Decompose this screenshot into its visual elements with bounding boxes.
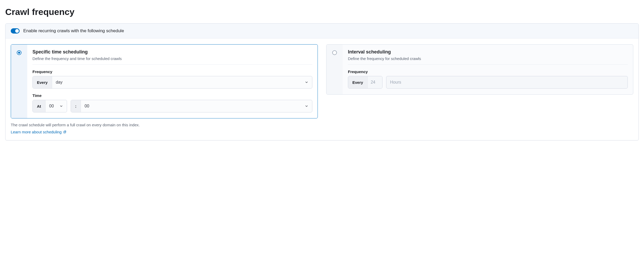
interval-unit-input[interactable]: Hours	[386, 76, 628, 89]
interval-body: Interval scheduling Define the frequency…	[343, 45, 633, 94]
external-link-icon	[63, 130, 66, 134]
specific-time-body: Specific time scheduling Define the freq…	[27, 45, 318, 118]
specific-hour-value: 00	[49, 104, 54, 108]
specific-unit-value: day	[56, 80, 63, 85]
specific-unit-select-wrap[interactable]: day	[52, 76, 312, 88]
interval-title: Interval scheduling	[348, 49, 628, 55]
chevron-down-icon	[305, 104, 308, 108]
chevron-down-icon	[305, 80, 308, 84]
specific-frequency-select[interactable]: Every day	[32, 76, 312, 89]
specific-at-prepend: At	[33, 100, 46, 112]
specific-frequency-label: Frequency	[32, 69, 312, 74]
learn-more-label: Learn more about scheduling	[11, 130, 62, 134]
panel-header: Enable recurring crawls with the followi…	[5, 24, 639, 39]
specific-time-label: Time	[32, 93, 312, 98]
scheduling-cards-row: Specific time scheduling Define the freq…	[5, 39, 639, 121]
interval-frequency-section: Frequency Every 24 Hours	[348, 69, 628, 89]
specific-hour-select-wrap[interactable]: 00	[46, 100, 67, 112]
interval-unit-placeholder: Hours	[390, 80, 401, 85]
specific-minute-value: 00	[85, 104, 89, 108]
specific-every-prepend: Every	[33, 76, 52, 88]
interval-frequency-label: Frequency	[348, 69, 628, 74]
specific-minute-select[interactable]: : 00	[71, 100, 312, 112]
interval-card: Interval scheduling Define the frequency…	[326, 44, 633, 95]
interval-radio-col	[326, 45, 343, 94]
specific-minute-select-wrap[interactable]: 00	[81, 100, 312, 112]
footer-note: The crawl schedule will perform a full c…	[11, 123, 633, 127]
interval-radio[interactable]	[332, 50, 337, 55]
specific-frequency-section: Frequency Every day	[32, 69, 312, 89]
crawl-frequency-panel: Enable recurring crawls with the followi…	[5, 23, 639, 140]
interval-desc: Define the frequency for scheduled crawl…	[348, 56, 628, 65]
footer-area: The crawl schedule will perform a full c…	[5, 121, 639, 140]
specific-time-desc: Define the frequency and time for schedu…	[32, 56, 312, 65]
specific-minute-prefix: :	[71, 100, 81, 112]
interval-number-group[interactable]: Every 24	[348, 76, 382, 89]
specific-time-radio-col	[11, 45, 27, 118]
specific-time-card: Specific time scheduling Define the freq…	[11, 44, 318, 118]
interval-every-prepend: Every	[348, 76, 368, 88]
specific-hour-select[interactable]: At 00	[32, 100, 67, 112]
specific-time-section: Time At 00 :	[32, 93, 312, 112]
specific-time-title: Specific time scheduling	[32, 49, 312, 55]
specific-time-radio[interactable]	[17, 50, 21, 55]
chevron-down-icon	[59, 104, 63, 108]
enable-recurring-switch[interactable]	[11, 28, 20, 34]
learn-more-link[interactable]: Learn more about scheduling	[11, 130, 66, 134]
page-title: Crawl frequency	[5, 7, 639, 17]
enable-recurring-label: Enable recurring crawls with the followi…	[23, 28, 124, 34]
interval-number-input[interactable]: 24	[368, 76, 382, 88]
